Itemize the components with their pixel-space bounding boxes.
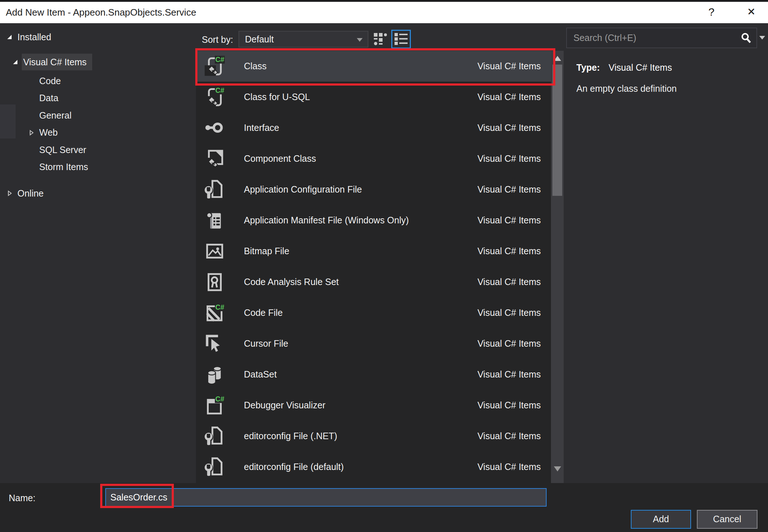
sidebar-item-label: Online bbox=[17, 188, 44, 199]
search-input[interactable] bbox=[567, 28, 734, 48]
chevron-collapsed-icon bbox=[28, 130, 34, 136]
dataset-icon bbox=[203, 363, 226, 386]
cancel-button[interactable]: Cancel bbox=[697, 510, 757, 529]
list-item[interactable]: C# Debugger Visualizer Visual C# Items bbox=[196, 390, 551, 421]
sort-dropdown-value: Default bbox=[245, 32, 274, 47]
scrollbar-thumb[interactable] bbox=[552, 65, 562, 196]
list-item[interactable]: C# Class Visual C# Items bbox=[196, 51, 551, 82]
list-item[interactable]: Code Analysis Rule Set Visual C# Items bbox=[196, 267, 551, 297]
sidebar-item-online[interactable]: Online bbox=[7, 185, 44, 202]
chevron-expanded-icon bbox=[7, 34, 12, 40]
list-view-button[interactable] bbox=[391, 30, 411, 49]
chevron-down-icon bbox=[357, 38, 363, 42]
help-button[interactable]: ? bbox=[700, 2, 722, 23]
type-value: Visual C# Items bbox=[609, 62, 672, 73]
visualizer-icon: C# bbox=[203, 394, 226, 417]
sort-dropdown[interactable]: Default bbox=[238, 31, 368, 48]
config-file-icon bbox=[203, 178, 226, 201]
sidebar-item-label: Installed bbox=[17, 32, 51, 42]
type-row: Type:Visual C# Items bbox=[576, 62, 672, 73]
manifest-icon bbox=[203, 209, 226, 232]
list-item[interactable]: C# Code File Visual C# Items bbox=[196, 297, 551, 328]
cursor-icon bbox=[203, 332, 226, 355]
close-button[interactable]: ✕ bbox=[739, 2, 764, 23]
list-item[interactable]: Application Manifest File (Windows Only)… bbox=[196, 205, 551, 236]
sidebar-item-data[interactable]: Data bbox=[28, 90, 58, 107]
dialog-title: Add New Item - Appeon.SnapObjects.Servic… bbox=[6, 2, 196, 23]
component-icon bbox=[203, 147, 226, 170]
sort-by-label: Sort by: bbox=[202, 34, 233, 45]
interface-icon bbox=[203, 116, 226, 140]
config-file-icon bbox=[203, 425, 226, 448]
item-description: An empty class definition bbox=[576, 83, 677, 94]
search-box bbox=[566, 28, 757, 48]
type-label: Type: bbox=[576, 62, 600, 73]
sidebar-item-code[interactable]: Code bbox=[28, 72, 61, 90]
medium-icons-view-icon bbox=[373, 32, 388, 46]
list-item[interactable]: Component Class Visual C# Items bbox=[196, 143, 551, 174]
csharp-class-icon: C# bbox=[203, 55, 226, 78]
list-item[interactable]: Interface Visual C# Items bbox=[196, 112, 551, 143]
add-new-item-dialog: Add New Item - Appeon.SnapObjects.Servic… bbox=[0, 0, 768, 532]
name-label: Name: bbox=[9, 493, 36, 503]
sidebar-ghost-highlight bbox=[0, 104, 16, 139]
svg-text:C#: C# bbox=[215, 86, 224, 94]
list-item[interactable]: editorconfig File (default) Visual C# It… bbox=[196, 451, 551, 482]
search-icon[interactable] bbox=[740, 32, 752, 44]
svg-text:C#: C# bbox=[215, 55, 224, 63]
list-view-icon bbox=[394, 32, 408, 46]
sidebar-item-sql-server[interactable]: SQL Server bbox=[28, 141, 86, 158]
chevron-expanded-icon bbox=[12, 59, 18, 65]
svg-text:C#: C# bbox=[215, 303, 224, 311]
add-button[interactable]: Add bbox=[631, 510, 691, 529]
ruleset-icon bbox=[203, 271, 226, 294]
search-options-chevron-icon[interactable] bbox=[759, 36, 765, 40]
title-bar: Add New Item - Appeon.SnapObjects.Servic… bbox=[0, 2, 768, 23]
scroll-up-icon[interactable] bbox=[554, 56, 561, 61]
sidebar-item-storm-items[interactable]: Storm Items bbox=[28, 158, 88, 176]
list-item[interactable]: Application Configuration File Visual C#… bbox=[196, 174, 551, 205]
sidebar-item-web[interactable]: Web bbox=[28, 124, 58, 141]
list-scrollbar[interactable] bbox=[551, 51, 564, 483]
name-input[interactable] bbox=[105, 488, 547, 507]
bitmap-icon bbox=[203, 240, 226, 263]
sidebar-item-label: Visual C# Items bbox=[23, 57, 87, 67]
medium-icons-view-button[interactable] bbox=[372, 31, 388, 47]
svg-text:C#: C# bbox=[215, 395, 224, 403]
scroll-down-icon[interactable] bbox=[554, 466, 561, 471]
template-list: C# Class Visual C# Items C# Class for U-… bbox=[196, 51, 551, 483]
code-file-icon: C# bbox=[203, 301, 226, 325]
list-item[interactable]: Cursor File Visual C# Items bbox=[196, 328, 551, 359]
sidebar-item-general[interactable]: General bbox=[28, 107, 72, 124]
sidebar-item-visual-csharp-items[interactable]: Visual C# Items bbox=[12, 53, 87, 71]
sidebar-item-installed[interactable]: Installed bbox=[7, 28, 51, 46]
list-item[interactable]: DataSet Visual C# Items bbox=[196, 359, 551, 390]
list-item[interactable]: Bitmap File Visual C# Items bbox=[196, 236, 551, 267]
list-item[interactable]: C# Class for U-SQL Visual C# Items bbox=[196, 82, 551, 112]
csharp-class-icon: C# bbox=[203, 86, 226, 109]
list-item[interactable]: editorconfig File (.NET) Visual C# Items bbox=[196, 421, 551, 451]
config-file-icon bbox=[203, 455, 226, 479]
chevron-collapsed-icon bbox=[7, 190, 12, 196]
